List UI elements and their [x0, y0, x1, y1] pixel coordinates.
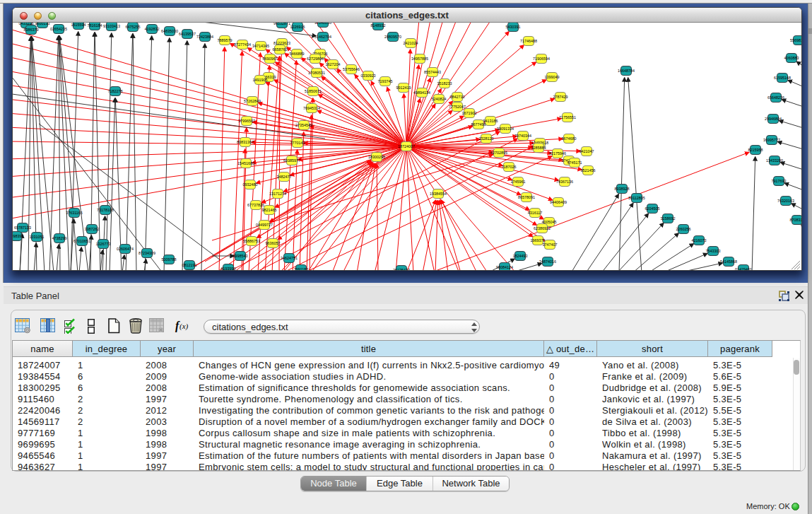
svg-text:1399049: 1399049 — [545, 75, 560, 79]
svg-text:36995777: 36995777 — [763, 138, 780, 142]
svg-text:(x): (x) — [180, 322, 189, 331]
svg-text:4745171: 4745171 — [567, 160, 582, 165]
svg-text:8677496: 8677496 — [471, 122, 486, 127]
svg-text:1326773: 1326773 — [96, 242, 111, 246]
svg-text:8708317: 8708317 — [790, 218, 802, 222]
svg-text:60385977: 60385977 — [283, 158, 300, 163]
svg-text:1627204: 1627204 — [326, 62, 341, 66]
svg-text:1226916: 1226916 — [290, 25, 305, 29]
svg-text:25135427: 25135427 — [393, 268, 410, 270]
svg-text:0812191: 0812191 — [182, 263, 197, 267]
svg-text:49894134: 49894134 — [413, 90, 430, 95]
svg-text:81223623: 81223623 — [273, 41, 290, 45]
svg-text:18300295: 18300295 — [368, 155, 385, 159]
svg-text:7187026: 7187026 — [502, 165, 517, 169]
svg-text:1491905: 1491905 — [253, 78, 268, 82]
svg-text:9912419: 9912419 — [396, 86, 411, 90]
svg-text:0842710: 0842710 — [450, 95, 465, 99]
svg-text:5430391: 5430391 — [506, 25, 521, 29]
svg-text:72423884: 72423884 — [196, 35, 213, 39]
svg-text:94406409: 94406409 — [550, 200, 567, 204]
svg-text:67737826: 67737826 — [247, 203, 264, 207]
svg-text:17080531: 17080531 — [308, 71, 325, 75]
svg-text:28809570: 28809570 — [384, 35, 401, 39]
svg-text:62729806: 62729806 — [307, 57, 324, 61]
svg-text:6193990: 6193990 — [221, 267, 236, 270]
svg-text:34624751: 34624751 — [281, 256, 298, 260]
svg-text:9821465: 9821465 — [262, 208, 277, 212]
svg-text:82175946: 82175946 — [549, 151, 566, 156]
svg-text:57262849: 57262849 — [244, 99, 261, 103]
svg-text:55698169: 55698169 — [790, 38, 801, 42]
svg-text:0932480: 0932480 — [243, 182, 258, 187]
svg-text:13433200: 13433200 — [766, 158, 783, 163]
svg-text:9521456: 9521456 — [581, 168, 596, 173]
svg-text:64139537: 64139537 — [179, 32, 196, 36]
svg-text:4316117: 4316117 — [528, 211, 543, 215]
svg-text:2421024: 2421024 — [404, 41, 418, 45]
svg-text:02606474: 02606474 — [117, 247, 134, 251]
svg-text:76945314: 76945314 — [303, 106, 320, 110]
svg-text:8386379: 8386379 — [24, 28, 39, 32]
svg-text:61595148: 61595148 — [774, 76, 791, 80]
svg-text:27354549: 27354549 — [295, 123, 312, 127]
svg-text:02654235: 02654235 — [50, 27, 67, 31]
svg-text:29946804: 29946804 — [765, 117, 782, 121]
svg-text:55886753: 55886753 — [243, 239, 260, 243]
svg-text:2328120: 2328120 — [479, 136, 494, 141]
svg-text:3158692: 3158692 — [661, 216, 676, 221]
svg-text:62702895: 62702895 — [490, 151, 507, 155]
svg-text:5009788: 5009788 — [162, 257, 177, 262]
svg-text:7991183: 7991183 — [294, 267, 309, 270]
svg-text:54145868: 54145868 — [720, 259, 737, 264]
svg-text:71756551: 71756551 — [559, 115, 576, 119]
svg-text:87234309: 87234309 — [139, 251, 155, 255]
svg-text:3518233: 3518233 — [437, 81, 452, 86]
svg-text:34957885: 34957885 — [411, 57, 428, 61]
svg-text:6204505: 6204505 — [645, 206, 660, 211]
svg-text:67010651: 67010651 — [73, 239, 90, 243]
svg-text:04499727: 04499727 — [256, 223, 273, 227]
svg-text:19384554: 19384554 — [430, 192, 447, 196]
svg-text:7816184: 7816184 — [88, 23, 102, 28]
svg-text:0330923: 0330923 — [361, 74, 376, 78]
svg-text:9421047: 9421047 — [579, 149, 594, 153]
svg-text:1745961: 1745961 — [511, 180, 526, 184]
svg-text:16648784: 16648784 — [618, 69, 635, 73]
svg-text:18724007: 18724007 — [398, 144, 415, 148]
svg-text:6658760: 6658760 — [273, 47, 288, 52]
svg-text:1031051: 1031051 — [30, 235, 45, 239]
svg-text:79740344: 79740344 — [514, 134, 531, 138]
svg-text:1615594: 1615594 — [71, 23, 86, 27]
svg-text:34714345: 34714345 — [252, 44, 269, 48]
svg-text:86578091: 86578091 — [518, 195, 535, 199]
svg-text:99091334: 99091334 — [497, 127, 514, 131]
svg-text:4192832: 4192832 — [145, 27, 160, 31]
svg-text:97848018: 97848018 — [314, 23, 331, 25]
svg-text:71906594: 71906594 — [533, 57, 550, 61]
svg-text:6998543: 6998543 — [233, 254, 248, 258]
svg-text:5098393: 5098393 — [13, 234, 24, 238]
svg-text:85574443: 85574443 — [424, 70, 441, 74]
svg-text:5240824: 5240824 — [432, 97, 447, 101]
svg-text:5674680: 5674680 — [562, 136, 577, 141]
svg-text:9600133: 9600133 — [35, 23, 50, 25]
svg-text:01429401: 01429401 — [735, 267, 752, 270]
svg-text:6475255: 6475255 — [126, 25, 141, 29]
svg-text:37631165: 37631165 — [66, 211, 83, 215]
svg-text:77752047: 77752047 — [449, 105, 466, 109]
svg-text:51850671: 51850671 — [305, 89, 322, 93]
svg-text:1671902: 1671902 — [462, 111, 477, 115]
svg-text:4060883: 4060883 — [784, 56, 799, 60]
svg-text:4738299: 4738299 — [52, 236, 67, 240]
svg-text:9636057: 9636057 — [266, 241, 281, 245]
svg-text:5466889: 5466889 — [290, 52, 305, 56]
svg-text:7770143: 7770143 — [290, 141, 305, 145]
svg-text:8215958: 8215958 — [748, 148, 763, 152]
svg-text:65648236: 65648236 — [767, 95, 784, 100]
svg-text:2260256: 2260256 — [676, 227, 691, 231]
svg-text:7182278: 7182278 — [108, 89, 123, 93]
svg-text:7889579: 7889579 — [218, 38, 233, 42]
svg-text:62386922: 62386922 — [534, 226, 551, 230]
svg-text:1824493: 1824493 — [513, 254, 528, 258]
